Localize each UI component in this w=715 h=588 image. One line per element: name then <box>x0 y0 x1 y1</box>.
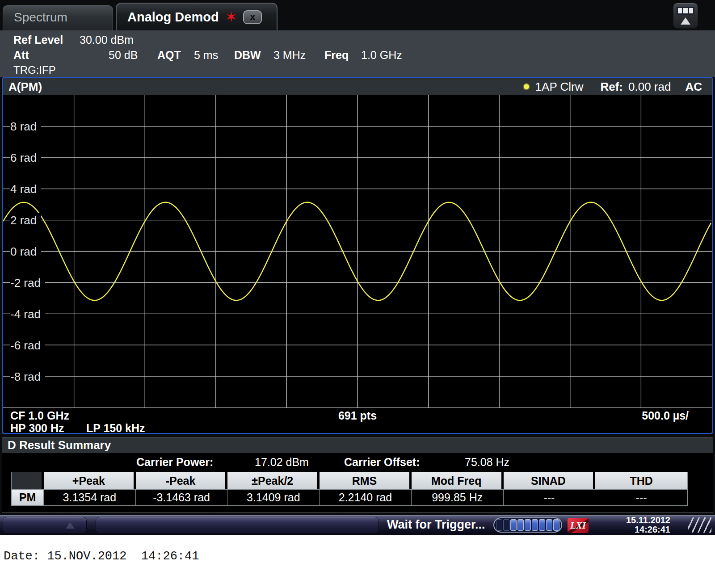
ref-level-label: Ref Level <box>13 34 63 46</box>
grid-lines <box>3 95 712 407</box>
column-header: RMS <box>320 472 412 489</box>
sweep-points: 691 pts <box>3 409 712 422</box>
y-axis-tick-label: 8 rad <box>10 119 41 134</box>
progress-segment <box>496 519 502 531</box>
progress-segment <box>525 519 531 531</box>
lxi-status-icon: LXI <box>568 518 589 533</box>
measurement-info-bar: Ref Level 30.00 dBm Att 50 dB AQT 5 ms D… <box>0 30 715 77</box>
tab-analog-demod[interactable]: Analog Demod ✶ x <box>116 3 278 30</box>
system-time: 14:26:41 <box>626 525 670 534</box>
status-bar: Wait for Trigger... LXI 15.11.2012 14:26… <box>0 515 715 535</box>
ref-label: Ref: <box>600 80 623 94</box>
y-axis-tick-label: 2 rad <box>10 213 41 227</box>
progress-segment <box>510 519 517 531</box>
result-value: 2.2140 rad <box>320 489 412 505</box>
result-value: -3.1463 rad <box>136 489 228 505</box>
result-summary-title: D Result Summary <box>2 437 713 453</box>
progress-segment <box>546 519 552 531</box>
result-table-row: PM3.1354 rad-3.1463 rad3.1409 rad2.2140 … <box>12 489 687 505</box>
trace-marker-icon <box>523 83 530 90</box>
tile-windows-icon <box>677 7 694 15</box>
pm-waveform-window[interactable]: A(PM) 1AP Clrw Ref: 0.00 rad AC 8 rad6 r… <box>2 77 713 434</box>
carrier-row: Carrier Power: 17.02 dBm Carrier Offset:… <box>2 453 713 471</box>
window-arrangement-button[interactable] <box>673 3 698 29</box>
highpass-filter: HP 300 Hz <box>10 422 64 434</box>
y-axis-tick-label: 6 rad <box>10 151 41 165</box>
att-value: 50 dB <box>109 49 138 62</box>
waveform-svg <box>3 95 712 407</box>
column-header: Mod Freq <box>412 472 504 489</box>
column-header: ±Peak/2 <box>227 472 320 489</box>
result-summary-window[interactable]: D Result Summary Carrier Power: 17.02 dB… <box>2 437 713 513</box>
result-table-header: +Peak-Peak±Peak/2RMSMod FreqSINADTHD <box>12 472 687 489</box>
progress-segment <box>553 519 559 531</box>
y-axis-tick-label: -4 rad <box>10 307 45 321</box>
trace-legend: 1AP Clrw <box>535 80 584 94</box>
freq-label: Freq <box>324 49 349 62</box>
tab-spectrum[interactable]: Spectrum <box>3 5 113 30</box>
system-datetime: 15.11.2012 14:26:41 <box>626 516 670 534</box>
taskbar-button-2[interactable] <box>96 517 379 533</box>
triangle-up-icon <box>681 17 690 25</box>
hardcopy-footer: Date: 15.NOV.2012 14:26:41 <box>0 535 715 588</box>
trigger-status: TRG:IFP <box>13 64 56 76</box>
ref-value: 0.00 rad <box>628 80 671 94</box>
arrow-up-icon <box>66 522 75 529</box>
att-label: Att <box>13 49 29 62</box>
chart-title: A(PM) <box>8 80 42 94</box>
dbw-label: DBW <box>234 49 261 62</box>
progress-segment <box>532 519 538 531</box>
y-axis-tick-label: 0 rad <box>10 244 41 259</box>
plot-area: 8 rad6 rad4 rad2 rad0 rad-2 rad-4 rad-6 … <box>3 95 712 408</box>
trigger-status-message: Wait for Trigger... <box>387 518 485 532</box>
column-header: +Peak <box>44 472 136 489</box>
column-header: -Peak <box>136 472 228 489</box>
tab-label: Analog Demod <box>127 10 219 25</box>
aqt-value: 5 ms <box>194 49 218 62</box>
freq-value: 1.0 GHz <box>361 49 402 62</box>
favorite-star-icon: ✶ <box>225 10 237 24</box>
lxi-label: LXI <box>570 520 586 531</box>
aqt-label: AQT <box>157 49 181 62</box>
y-axis-tick-label: -8 rad <box>10 370 45 384</box>
column-header: THD <box>595 472 687 489</box>
progress-segment <box>517 519 524 531</box>
close-tab-button[interactable]: x <box>243 10 262 24</box>
progress-segment <box>503 519 509 531</box>
result-value: 3.1354 rad <box>44 489 136 505</box>
y-axis-tick-label: -6 rad <box>10 338 45 353</box>
chart-footer: CF 1.0 GHz 691 pts 500.0 µs/ HP 300 Hz L… <box>3 409 712 433</box>
carrier-power-label: Carrier Power: <box>136 456 213 469</box>
result-table: +Peak-Peak±Peak/2RMSMod FreqSINADTHD PM3… <box>11 472 688 506</box>
table-corner-cell <box>12 472 44 489</box>
tab-bar: Spectrum Analog Demod ✶ x <box>0 0 715 30</box>
taskbar-button-1[interactable] <box>3 517 87 533</box>
hardcopy-date-line: Date: 15.NOV.2012 14:26:41 <box>4 550 199 563</box>
result-value: 999.85 Hz <box>412 489 504 505</box>
row-label: PM <box>12 489 44 505</box>
carrier-offset-label: Carrier Offset: <box>344 456 420 469</box>
system-date: 15.11.2012 <box>626 516 670 525</box>
result-value: --- <box>504 489 596 505</box>
y-axis-tick-label: -2 rad <box>10 276 45 290</box>
lowpass-filter: LP 150 kHz <box>86 422 145 434</box>
carrier-power-value: 17.02 dBm <box>255 456 309 469</box>
ref-level-value: 30.00 dBm <box>80 34 134 46</box>
chart-header: A(PM) 1AP Clrw Ref: 0.00 rad AC <box>3 78 712 95</box>
carrier-offset-value: 75.08 Hz <box>465 456 509 469</box>
coupling-mode: AC <box>685 80 702 94</box>
y-axis-tick-label: 4 rad <box>10 182 41 196</box>
dbw-value: 3 MHz <box>273 49 306 62</box>
time-per-division: 500.0 µs/ <box>642 409 689 422</box>
column-header: SINAD <box>504 472 596 489</box>
result-value: --- <box>595 489 687 505</box>
result-value: 3.1409 rad <box>227 489 320 505</box>
resize-grip-icon <box>688 517 711 533</box>
progress-segment <box>539 519 545 531</box>
measurement-progress-bar <box>493 517 562 533</box>
